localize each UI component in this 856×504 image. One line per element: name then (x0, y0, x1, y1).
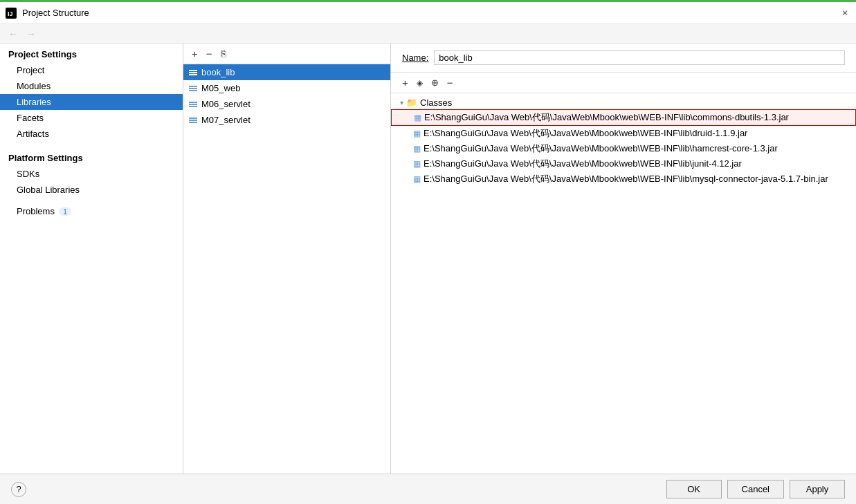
intellij-icon: IJ (6, 8, 17, 19)
nav-bar: ← → (0, 24, 856, 44)
jar-icon: ▦ (413, 129, 421, 138)
title-bar: IJ Project Structure ✕ (0, 2, 856, 24)
library-icon (189, 118, 197, 123)
detail-specify-button[interactable]: ◈ (414, 77, 426, 89)
name-row: Name: (391, 44, 856, 73)
tree-entry-hamcrest[interactable]: ▦ E:\ShangGuiGu\Java Web\代码\JavaWeb\Mboo… (391, 141, 856, 156)
detail-add-button[interactable]: + (399, 75, 411, 90)
library-list-panel: + − ⎘ book_lib (183, 44, 391, 474)
help-button[interactable]: ? (11, 482, 26, 497)
jar-icon: ▦ (413, 159, 421, 169)
name-input[interactable] (434, 50, 845, 65)
library-icon (189, 86, 197, 91)
tree-toggle-classes[interactable]: ▾ (397, 99, 406, 106)
detail-toolbar: + ◈ ⊕ − (391, 73, 856, 93)
close-button[interactable]: ✕ (839, 8, 850, 19)
sidebar-item-libraries[interactable]: Libraries (0, 94, 183, 110)
bottom-bar: ? OK Cancel Apply (0, 474, 856, 504)
tree-area: ▾ 📁 Classes ▦ E:\ShangGuiGu\Java Web\代码\… (391, 93, 856, 474)
lib-item-book_lib[interactable]: book_lib (183, 64, 390, 80)
library-icon (189, 102, 197, 107)
lib-copy-button[interactable]: ⎘ (218, 47, 229, 60)
lib-remove-button[interactable]: − (203, 46, 215, 61)
lib-item-M07_servlet[interactable]: M07_servlet (183, 112, 390, 128)
jar-icon: ▦ (413, 144, 421, 153)
right-panel: Name: + ◈ ⊕ − (391, 44, 856, 474)
sidebar-item-sdks[interactable]: SDKs (0, 166, 183, 182)
dialog-title: Project Structure (22, 8, 89, 18)
title-bar-controls: ✕ (839, 8, 850, 19)
main-content: Project Settings Project Modules Librari… (0, 44, 856, 474)
sidebar-item-facets[interactable]: Facets (0, 110, 183, 126)
tree-node-classes[interactable]: ▾ 📁 Classes (391, 96, 856, 109)
sidebar-item-artifacts[interactable]: Artifacts (0, 126, 183, 142)
tree-entry-commons[interactable]: ▦ E:\ShangGuiGu\Java Web\代码\JavaWeb\Mboo… (391, 109, 856, 126)
title-bar-left: IJ Project Structure (6, 8, 89, 19)
back-button[interactable]: ← (6, 27, 21, 41)
platform-settings-title: Platform Settings (0, 147, 183, 166)
classes-icon: 📁 (406, 97, 417, 108)
forward-button[interactable]: → (24, 27, 39, 41)
project-settings-title: Project Settings (0, 44, 183, 62)
sidebar-item-problems[interactable]: Problems 1 (0, 203, 183, 219)
tree-entry-mysql[interactable]: ▦ E:\ShangGuiGu\Java Web\代码\JavaWeb\Mboo… (391, 171, 856, 187)
library-list: book_lib M05_web (183, 64, 390, 474)
problems-badge: 1 (59, 207, 71, 216)
sidebar-item-global-libraries[interactable]: Global Libraries (0, 182, 183, 198)
tree-entry-junit[interactable]: ▦ E:\ShangGuiGu\Java Web\代码\JavaWeb\Mboo… (391, 156, 856, 171)
svg-text:IJ: IJ (8, 10, 13, 17)
jar-icon: ▦ (414, 113, 421, 122)
sidebar-divider (0, 142, 183, 147)
lib-toolbar: + − ⎘ (183, 44, 390, 64)
tree-entry-druid[interactable]: ▦ E:\ShangGuiGu\Java Web\代码\JavaWeb\Mboo… (391, 126, 856, 141)
middle-layout: + − ⎘ book_lib (183, 44, 856, 474)
cancel-button[interactable]: Cancel (727, 480, 784, 498)
detail-remove-button[interactable]: − (444, 75, 456, 90)
lib-item-M06_servlet[interactable]: M06_servlet (183, 96, 390, 112)
sidebar-divider2 (0, 198, 183, 203)
ok-button[interactable]: OK (666, 480, 722, 498)
lib-add-button[interactable]: + (189, 46, 201, 61)
sidebar-item-modules[interactable]: Modules (0, 78, 183, 94)
apply-button[interactable]: Apply (790, 480, 845, 498)
name-label: Name: (402, 53, 428, 63)
library-icon (189, 70, 197, 75)
sidebar: Project Settings Project Modules Librari… (0, 44, 183, 474)
lib-item-M05_web[interactable]: M05_web (183, 80, 390, 96)
jar-icon: ▦ (413, 174, 421, 184)
sidebar-item-project[interactable]: Project (0, 62, 183, 78)
detail-add-copy-button[interactable]: ⊕ (428, 76, 441, 89)
